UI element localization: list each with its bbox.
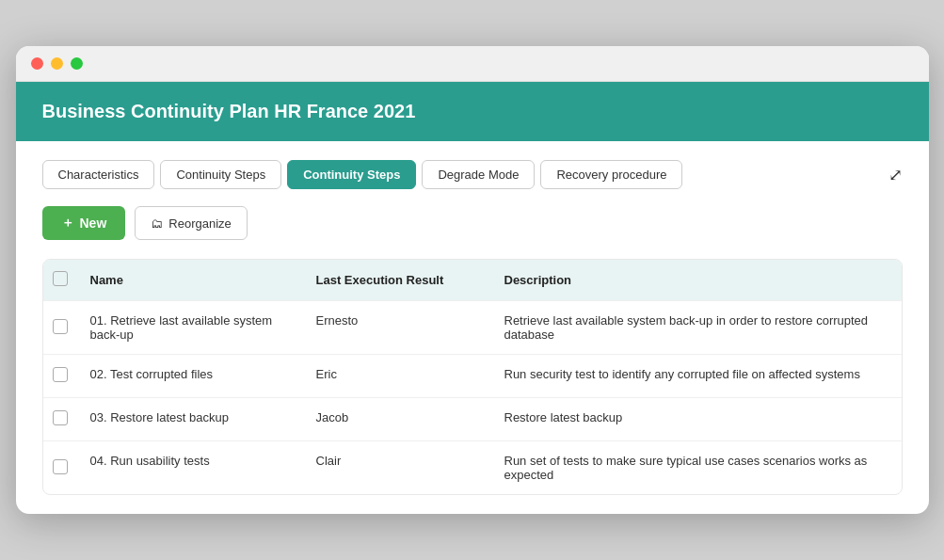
tab-continuity-steps-1[interactable]: Continuity Steps xyxy=(160,160,281,189)
new-button[interactable]: ＋ New xyxy=(42,206,126,240)
header-checkbox[interactable] xyxy=(53,271,68,286)
data-table: Name Last Execution Result Description 0… xyxy=(42,259,903,495)
table-row: 03. Restore latest backup Jacob Restore … xyxy=(43,398,902,441)
row-checkbox-cell xyxy=(43,398,77,441)
app-window: Business Continuity Plan HR France 2021 … xyxy=(16,46,929,514)
dot-green[interactable] xyxy=(71,57,83,70)
new-label: New xyxy=(80,216,107,231)
row-description: Retrieve last available system back-up i… xyxy=(491,301,902,355)
titlebar xyxy=(16,46,929,82)
row-execution: Eric xyxy=(303,355,491,398)
row-execution: Ernesto xyxy=(303,301,491,355)
row-checkbox-cell xyxy=(43,301,77,355)
row-name: 01. Retrieve last available system back-… xyxy=(77,301,303,355)
row-execution: Clair xyxy=(303,441,491,495)
tab-degrade-mode[interactable]: Degrade Mode xyxy=(422,160,535,189)
tab-recovery-procedure[interactable]: Recovery procedure xyxy=(540,160,682,189)
row-description: Run set of tests to make sure typical us… xyxy=(491,441,902,495)
table-row: 01. Retrieve last available system back-… xyxy=(43,301,902,355)
row-name: 03. Restore latest backup xyxy=(77,398,303,441)
row-checkbox[interactable] xyxy=(53,459,68,474)
row-checkbox[interactable] xyxy=(53,319,68,334)
reorganize-button[interactable]: 🗂 Reorganize xyxy=(135,206,248,240)
header-bar: Business Continuity Plan HR France 2021 xyxy=(16,82,929,141)
table-header-row: Name Last Execution Result Description xyxy=(43,260,902,301)
row-description: Run security test to identify any corrup… xyxy=(491,355,902,398)
dot-yellow[interactable] xyxy=(51,57,63,70)
col-desc-header: Description xyxy=(491,260,902,301)
dot-red[interactable] xyxy=(31,57,43,70)
col-exec-header: Last Execution Result xyxy=(303,260,491,301)
reorganize-label: Reorganize xyxy=(168,216,232,231)
tab-continuity-steps-2[interactable]: Continuity Steps xyxy=(287,160,416,189)
table-row: 02. Test corrupted files Eric Run securi… xyxy=(43,355,902,398)
row-name: 02. Test corrupted files xyxy=(77,355,303,398)
col-name-header: Name xyxy=(77,260,303,301)
table-row: 04. Run usability tests Clair Run set of… xyxy=(43,441,902,495)
tab-characteristics[interactable]: Characteristics xyxy=(42,160,155,189)
tab-bar: Characteristics Continuity Steps Continu… xyxy=(42,160,903,189)
col-checkbox xyxy=(43,260,77,301)
content-area: Characteristics Continuity Steps Continu… xyxy=(16,141,929,514)
row-checkbox[interactable] xyxy=(53,410,68,425)
toolbar: ＋ New 🗂 Reorganize xyxy=(42,206,903,240)
plus-icon: ＋ xyxy=(61,215,74,232)
row-checkbox[interactable] xyxy=(53,367,68,382)
row-name: 04. Run usability tests xyxy=(77,441,303,495)
folder-icon: 🗂 xyxy=(151,216,163,231)
expand-icon[interactable]: ⤢ xyxy=(888,165,903,185)
row-description: Restore latest backup xyxy=(491,398,902,441)
row-checkbox-cell xyxy=(43,355,77,398)
row-execution: Jacob xyxy=(303,398,491,441)
row-checkbox-cell xyxy=(43,441,77,495)
page-title: Business Continuity Plan HR France 2021 xyxy=(42,101,903,122)
